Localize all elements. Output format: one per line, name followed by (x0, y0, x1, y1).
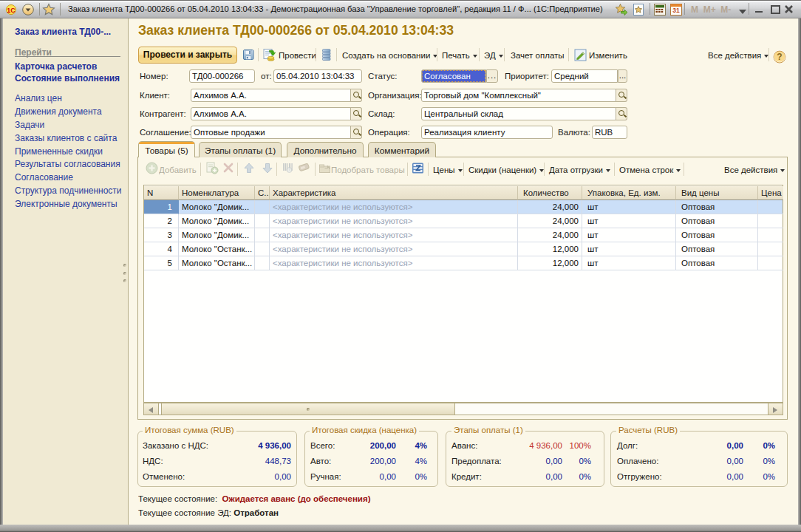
svg-text:31: 31 (672, 7, 680, 14)
svg-text:1С: 1С (7, 7, 16, 14)
svg-text:?: ? (777, 52, 782, 62)
